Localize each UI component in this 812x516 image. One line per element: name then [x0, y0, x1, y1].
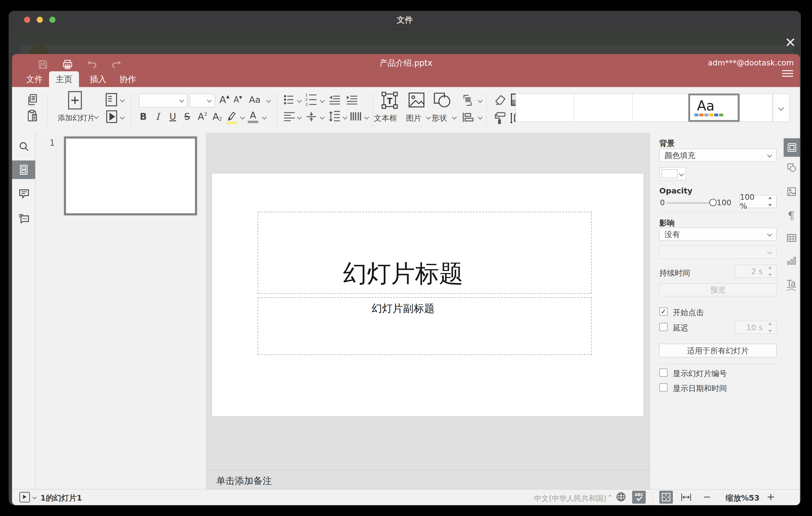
shape-label[interactable]: 形状	[432, 113, 447, 123]
background-fill-select[interactable]: 颜色填充	[659, 149, 777, 162]
paste-icon[interactable]	[27, 110, 38, 122]
text-art-settings-icon[interactable]: Ta	[787, 278, 796, 291]
slide-layout-icon[interactable]	[105, 93, 118, 107]
notes-placeholder[interactable]: 单击添加备注	[216, 475, 272, 487]
start-on-click-checkbox[interactable]: ✓	[659, 307, 668, 316]
columns-chevron-icon[interactable]	[364, 115, 369, 120]
close-icon[interactable]: ✕	[781, 33, 800, 52]
title-placeholder[interactable]: 幻灯片标题	[258, 212, 592, 294]
strikethrough-button[interactable]: S	[184, 111, 190, 122]
slideshow-mode-chevron-icon[interactable]	[32, 495, 37, 499]
clear-style-icon[interactable]	[494, 94, 507, 106]
underline-button[interactable]: U	[169, 111, 176, 122]
apply-to-all-slides-button[interactable]: 适用于所有幻灯片	[659, 344, 777, 357]
image-label[interactable]: 图片	[406, 113, 422, 123]
language-indicator[interactable]: 中文(中华人民共和国)	[534, 493, 607, 503]
theme-slot-2[interactable]	[574, 93, 633, 122]
tab-home[interactable]: 主页	[49, 71, 79, 87]
slideshow-chevron-icon[interactable]	[120, 115, 125, 120]
opacity-slider-track[interactable]	[667, 202, 714, 204]
duration-spinner[interactable]: 2 s	[735, 265, 777, 278]
arrange-chevron-icon[interactable]	[478, 98, 483, 103]
slide-page[interactable]: 幻灯片标题 幻灯片副标题	[212, 173, 643, 416]
show-date-time-checkbox[interactable]	[659, 383, 668, 392]
font-name-combobox[interactable]	[139, 94, 187, 107]
shape-settings-icon[interactable]	[787, 163, 796, 172]
chart-settings-icon[interactable]	[787, 256, 796, 265]
tab-insert[interactable]: 插入	[82, 71, 114, 87]
font-color-chevron-icon[interactable]	[262, 115, 267, 120]
tab-collaboration[interactable]: 协作	[112, 71, 143, 87]
copy-icon[interactable]	[27, 94, 38, 106]
superscript-button[interactable]: A2	[198, 111, 207, 122]
line-spacing-chevron-icon[interactable]	[343, 115, 348, 120]
theme-slot-1[interactable]	[516, 93, 574, 122]
shape-icon[interactable]	[433, 92, 451, 108]
theme-slot-5[interactable]	[740, 93, 773, 122]
add-slide-icon[interactable]	[67, 91, 82, 110]
bullet-list-chevron-icon[interactable]	[297, 98, 302, 103]
opacity-spinner[interactable]: 100 %	[740, 195, 777, 208]
copy-style-icon[interactable]	[494, 112, 507, 124]
document-language-globe-icon[interactable]	[616, 492, 626, 502]
fit-to-slide-icon[interactable]	[659, 491, 673, 504]
start-slideshow-status-icon[interactable]	[20, 492, 30, 503]
start-slideshow-icon[interactable]	[106, 110, 118, 123]
image-settings-icon[interactable]	[787, 187, 796, 196]
add-slide-label[interactable]: 添加幻灯片	[58, 113, 95, 123]
opacity-slider-knob[interactable]	[709, 199, 717, 206]
bullet-list-icon[interactable]	[284, 94, 295, 105]
table-settings-icon[interactable]	[787, 234, 796, 242]
horizontal-align-chevron-icon[interactable]	[297, 115, 302, 120]
image-chevron-icon[interactable]	[426, 115, 431, 120]
text-box-icon[interactable]: T	[381, 91, 398, 109]
decrease-font-size-button[interactable]: A▼	[234, 95, 242, 104]
subtitle-placeholder[interactable]: 幻灯片副标题	[258, 297, 592, 355]
fit-to-width-icon[interactable]	[681, 492, 691, 502]
slide-settings-icon[interactable]	[784, 138, 800, 157]
shape-chevron-icon[interactable]	[452, 115, 457, 120]
change-case-chevron-icon[interactable]	[266, 98, 271, 103]
effect-select[interactable]: 没有	[659, 228, 777, 241]
text-box-label[interactable]: 文本框	[374, 113, 397, 123]
font-color-icon[interactable]: A	[248, 110, 258, 123]
theme-gallery-expand-button[interactable]	[773, 93, 789, 122]
align-shape-chevron-icon[interactable]	[478, 115, 483, 120]
line-spacing-icon[interactable]	[328, 111, 340, 122]
highlight-color-icon[interactable]	[227, 111, 237, 124]
bold-button[interactable]: B	[140, 111, 147, 122]
chat-icon[interactable]	[19, 213, 29, 224]
theme-slot-selected[interactable]: Aa	[688, 93, 740, 122]
theme-slot-3[interactable]	[632, 93, 690, 122]
horizontal-align-icon[interactable]	[284, 112, 295, 122]
change-case-button[interactable]: Aa	[249, 94, 261, 105]
numbered-list-icon[interactable]: 123	[305, 93, 317, 106]
hamburger-menu-icon[interactable]	[781, 69, 794, 78]
italic-button[interactable]: I	[156, 111, 160, 122]
delay-checkbox[interactable]	[659, 323, 668, 331]
sidebar-item-slides[interactable]	[12, 161, 35, 179]
vertical-align-icon[interactable]	[306, 111, 317, 122]
subscript-button[interactable]: A2	[212, 111, 222, 122]
slide-thumbnail[interactable]	[64, 136, 197, 216]
show-slide-number-checkbox[interactable]	[659, 369, 668, 377]
decrease-indent-icon[interactable]	[328, 94, 341, 105]
preview-button[interactable]: 预览	[659, 283, 777, 296]
add-slide-chevron-icon[interactable]	[94, 114, 99, 119]
language-caret-icon[interactable]: ^	[607, 493, 613, 501]
zoom-in-button[interactable]: +	[767, 491, 775, 503]
arrange-shape-icon[interactable]	[461, 94, 475, 107]
search-icon[interactable]	[19, 141, 29, 152]
spell-check-icon[interactable]: ABC	[632, 491, 646, 504]
comments-icon[interactable]	[19, 189, 29, 199]
slide-layout-chevron-icon[interactable]	[120, 97, 125, 103]
increase-font-size-button[interactable]: A▲	[219, 94, 230, 106]
effect-option-select[interactable]	[659, 246, 777, 259]
numbered-list-chevron-icon[interactable]	[320, 98, 325, 103]
increase-indent-icon[interactable]	[346, 94, 358, 105]
highlight-chevron-icon[interactable]	[240, 115, 245, 120]
columns-icon[interactable]	[350, 111, 362, 122]
zoom-out-button[interactable]: −	[703, 491, 711, 502]
notes-area[interactable]: 单击添加备注	[206, 470, 650, 489]
tab-file[interactable]: 文件	[19, 71, 50, 87]
